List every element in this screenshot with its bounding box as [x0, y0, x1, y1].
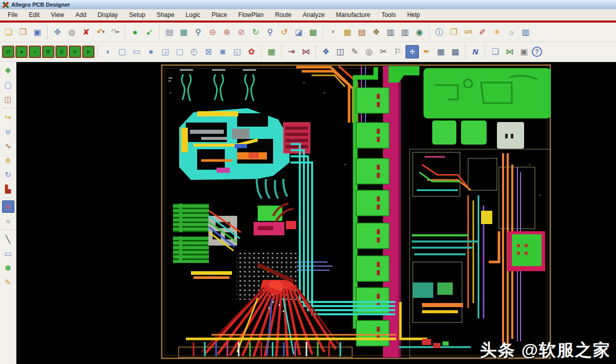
toolbar-button-color-dialog[interactable]: ▦ — [177, 26, 190, 39]
toolbar-button-shape-round[interactable]: ▢ — [173, 45, 186, 58]
toolbar-button-shape-stamp[interactable]: ✿ — [245, 45, 258, 58]
toolbar-button-shape-merge[interactable]: ⋈ — [503, 45, 516, 58]
tool-button-block-tool[interactable]: ▙ — [2, 183, 14, 195]
menu-item-add[interactable]: Add — [70, 10, 92, 19]
menu-item-manufacture[interactable]: Manufacture — [330, 10, 376, 19]
toolbar-button-color-bars[interactable]: ▥ — [519, 26, 532, 39]
toolbar-button-shape-circle[interactable]: ● — [144, 45, 158, 58]
toolbar-button-zoom-selection[interactable]: ⚲ — [263, 26, 277, 39]
toolbar-button-glue-tool[interactable]: ✒ — [420, 45, 433, 58]
toolbar-button-vis-pad[interactable]: ● — [15, 46, 28, 58]
tool-button-lifebuoy-tool[interactable]: ✳ — [2, 200, 14, 213]
tool-button-curve-tool[interactable]: ↻ — [2, 168, 14, 180]
toolbar-button-color-edit[interactable]: ▤ — [355, 26, 369, 39]
toolbar-button-artwork-tools[interactable]: ❖ — [370, 26, 383, 39]
toolbar-button-via-stamp[interactable]: ◎ — [362, 45, 376, 58]
toolbar-button-shape-peel[interactable]: ◱ — [230, 45, 244, 58]
dropdown-caret-icon[interactable]: ▾ — [117, 30, 119, 34]
toolbar-button-help-balloon[interactable]: ● — [128, 26, 142, 39]
menu-item-view[interactable]: View — [45, 10, 70, 19]
toolbar-button-flag-report[interactable]: ⚐ — [391, 45, 405, 58]
toolbar-button-vis-drc[interactable]: ✜ — [42, 46, 54, 58]
toolbar-button-route-net[interactable]: N — [469, 45, 482, 58]
toolbar-button-shape-arc[interactable]: ◴ — [187, 45, 201, 58]
toolbar-button-layer-bars-2[interactable]: ▥ — [398, 26, 412, 39]
toolbar-button-undo[interactable]: ↶▾ — [94, 26, 107, 39]
toolbar-button-shape-roundrect[interactable]: ▢ — [116, 45, 129, 58]
menu-item-route[interactable]: Route — [270, 10, 297, 19]
menu-item-setup[interactable]: Setup — [124, 10, 151, 19]
toolbar-button-blank-highlight[interactable]: ☼ — [505, 26, 518, 39]
toolbar-button-redo[interactable]: ↷▾ — [108, 26, 122, 39]
toolbar-button-help[interactable]: ? — [532, 47, 542, 57]
tool-button-shape-outline-edit[interactable]: ▢ — [2, 78, 14, 91]
toolbar-button-highlight-door[interactable]: ❐ — [447, 26, 460, 39]
dropdown-caret-icon[interactable]: ▾ — [103, 30, 105, 34]
toolbar-button-shapes-overlap[interactable]: ❏ — [489, 45, 502, 58]
toolbar-button-dimension-span[interactable]: ⋈ — [299, 45, 313, 58]
toolbar-button-wire-cut[interactable]: ✂ — [377, 45, 390, 58]
toolbar-button-delete[interactable]: ✘ — [80, 26, 93, 39]
toolbar-button-plane-divide[interactable]: ◫ — [334, 45, 347, 58]
menu-item-analyze[interactable]: Analyze — [297, 10, 331, 19]
toolbar-button-open-design[interactable]: ❒ — [16, 26, 30, 39]
toolbar-button-package-symbol[interactable]: ▦ — [265, 45, 278, 58]
toolbar-button-layer-bars-1[interactable]: ▥ — [384, 26, 397, 39]
toolbar-button-shine-mode[interactable]: ☀ — [490, 26, 504, 39]
toolbar-button-lattice-open[interactable]: ▦ — [434, 45, 448, 58]
toolbar-button-vis-text[interactable]: ☰ — [55, 46, 68, 58]
toolbar-button-shape-blob[interactable]: ◗ — [101, 45, 114, 58]
toolbar-button-info[interactable]: ⓘ — [433, 26, 446, 39]
menu-item-file[interactable]: File — [2, 10, 23, 19]
toolbar-button-shape-void[interactable]: ⊠ — [202, 45, 215, 58]
toolbar-button-lattice-dense[interactable]: ▩ — [449, 45, 462, 58]
toolbar-button-zoom-redraw[interactable]: ↻ — [249, 26, 262, 39]
tool-button-hook-tool[interactable]: ↪ — [2, 111, 14, 123]
toolbar-button-new-design[interactable]: ❏ — [2, 26, 15, 39]
menu-item-logic[interactable]: Logic — [180, 10, 206, 19]
tool-button-component-zoom[interactable]: ❖ — [2, 64, 14, 76]
toolbar-button-shape-select[interactable]: ◲ — [159, 45, 172, 58]
toolbar-button-refresh[interactable]: ↺ — [278, 26, 291, 39]
tool-button-slingshot-tool[interactable]: ⋔ — [2, 154, 14, 166]
tool-button-probe-tool[interactable]: ✽ — [2, 261, 14, 274]
tool-button-meander-tool[interactable]: ∿ — [2, 139, 14, 152]
toolbar-button-etch-badge[interactable]: ❖ — [319, 45, 333, 58]
toolbar-button-film-view[interactable]: ▩ — [306, 26, 320, 39]
menu-item-place[interactable]: Place — [206, 10, 233, 19]
toolbar-button-vis-board[interactable]: ⇄ — [2, 46, 14, 58]
toolbar-button-zoom-in[interactable]: ⊕ — [220, 26, 234, 39]
toolbar-button-zoom-fit[interactable]: ⚲ — [191, 26, 205, 39]
menu-item-display[interactable]: Display — [92, 10, 123, 19]
toolbar-button-shadow-mode[interactable]: ◪ — [292, 26, 305, 39]
tool-button-double-meander-tool[interactable]: ≈ — [2, 215, 14, 227]
toolbar-button-vis-plane[interactable]: ▪ — [29, 46, 41, 58]
toolbar-button-shape-circle-sq[interactable]: ◙ — [216, 45, 229, 58]
toolbar-button-zoom-previous[interactable]: ⊘ — [235, 26, 248, 39]
toolbar-button-vis-film[interactable]: ➤ — [82, 46, 94, 58]
menu-item-flowplan[interactable]: FlowPlan — [233, 10, 269, 19]
menu-item-tools[interactable]: Tools — [376, 10, 401, 19]
toolbar-button-world-view[interactable]: ◉ — [413, 26, 426, 39]
toolbar-button-grid-toggle[interactable]: # — [326, 26, 340, 39]
toolbar-button-vis-rats[interactable]: ≋ — [69, 46, 81, 58]
toolbar-button-net-logic[interactable]: ✣ — [406, 45, 419, 58]
toolbar-button-dimension-linear[interactable]: ⇥ — [285, 45, 298, 58]
tool-button-line-tool[interactable]: ╲ — [2, 233, 14, 245]
toolbar-button-move[interactable]: ✥ — [51, 26, 64, 39]
tool-button-rectangle-tool[interactable]: ▭ — [2, 247, 14, 259]
toolbar-button-pin-note[interactable]: ➹ — [143, 26, 156, 39]
toolbar-button-color-priority[interactable]: ▦ — [341, 26, 354, 39]
menu-item-help[interactable]: Help — [401, 10, 426, 19]
tool-button-pipe-tool[interactable]: ⊎ — [2, 125, 14, 137]
menu-item-edit[interactable]: Edit — [23, 10, 45, 19]
toolbar-button-options-window[interactable]: ▤ — [163, 26, 176, 39]
tool-button-padstack-edit[interactable]: ◫ — [2, 93, 14, 105]
toolbar-button-image-frame[interactable]: ▣ — [517, 45, 531, 58]
menu-item-shape[interactable]: Shape — [151, 10, 180, 19]
toolbar-button-show-element[interactable]: ◍ — [65, 26, 79, 39]
toolbar-button-shape-rect[interactable]: ▭ — [130, 45, 143, 58]
tool-button-pencil-tool[interactable]: ✎ — [2, 276, 14, 288]
toolbar-button-label-123[interactable]: 123 — [461, 26, 475, 39]
toolbar-button-zoom-out[interactable]: ⊖ — [206, 26, 219, 39]
